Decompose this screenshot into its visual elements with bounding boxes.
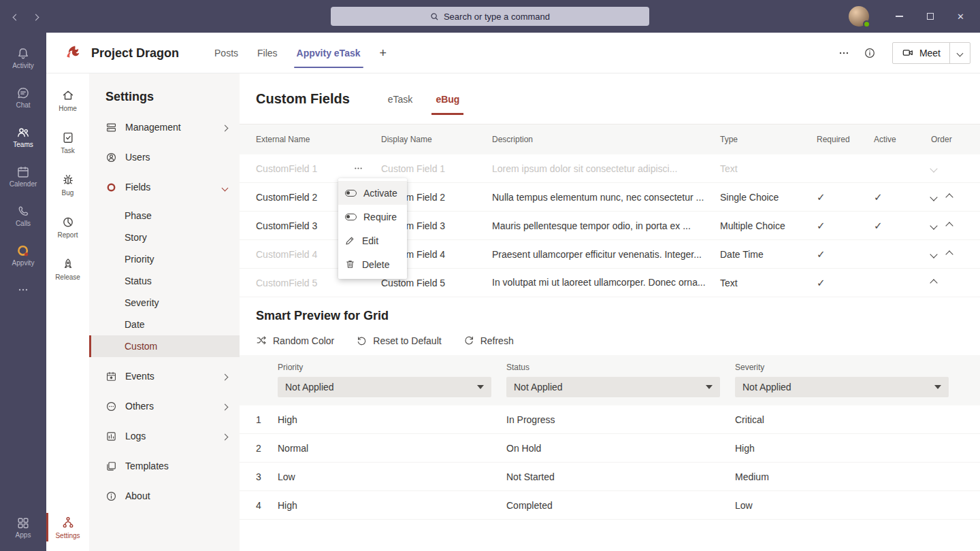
rail-label: Apps (16, 532, 31, 539)
tab-etask[interactable]: eTask (388, 94, 413, 105)
settings-subitem-phase[interactable]: Phase (89, 205, 240, 227)
action-label: Random Color (273, 335, 334, 346)
status-value: Completed (506, 500, 735, 511)
chevron-right-icon (223, 401, 227, 412)
menu-item-require[interactable]: Require (338, 205, 407, 229)
more-options-button[interactable] (838, 47, 850, 59)
random-color-button[interactable]: Random Color (256, 335, 334, 346)
calendar-icon (16, 165, 30, 179)
settings-item-label: About (125, 490, 150, 501)
settings-subitem-label: Status (125, 276, 152, 286)
check-icon: ✓ (874, 191, 883, 203)
phone-icon (16, 205, 30, 218)
trash-icon (345, 259, 355, 269)
app-rail-item-home[interactable]: Home (46, 79, 89, 121)
forward-button[interactable] (33, 11, 38, 22)
tab-posts[interactable]: Posts (205, 33, 248, 73)
settings-subitem-priority[interactable]: Priority (89, 248, 240, 270)
cell-type: Date Time (720, 249, 817, 260)
users-icon (105, 152, 117, 163)
info-button[interactable] (864, 47, 876, 59)
menu-item-delete[interactable]: Delete (338, 252, 407, 276)
chevron-down-icon (477, 385, 484, 389)
rail-label: Calls (16, 220, 31, 227)
rail-item-calendar[interactable]: Calender (0, 156, 46, 196)
cell-description: Lorem ipsum dolor sit consectetur adipis… (492, 163, 720, 174)
app-rail-label: Task (61, 147, 75, 154)
move-down-button[interactable] (930, 222, 937, 229)
row-number: 4 (256, 500, 278, 511)
menu-item-activate[interactable]: Activate (338, 181, 407, 205)
rail-item-activity[interactable]: Activity (0, 38, 46, 78)
tab-appvity-etask[interactable]: Appvity eTask (287, 33, 370, 73)
meet-button[interactable]: Meet (893, 43, 949, 63)
app-rail-item-release[interactable]: Release (46, 248, 89, 290)
settings-subitem-story[interactable]: Story (89, 227, 240, 248)
status-filter-dropdown[interactable]: Not Applied (506, 377, 720, 397)
cell-order (931, 166, 964, 171)
settings-subitem-severity[interactable]: Severity (89, 292, 240, 314)
settings-item-others[interactable]: Others (89, 394, 240, 418)
command-search-box[interactable]: Search or type a command (331, 7, 649, 26)
move-up-button[interactable] (945, 250, 953, 258)
tab-files[interactable]: Files (248, 33, 287, 73)
reset-to-default-button[interactable]: Reset to Default (356, 335, 441, 346)
maximize-button[interactable] (915, 0, 945, 33)
settings-subitem-status[interactable]: Status (89, 270, 240, 292)
chevron-down-icon (706, 385, 713, 389)
tab-ebug[interactable]: eBug (436, 94, 459, 105)
settings-subitem-label: Priority (125, 254, 154, 265)
add-tab-button[interactable]: + (370, 33, 397, 73)
settings-item-fields[interactable]: Fields (89, 175, 240, 199)
rail-item-chat[interactable]: Chat (0, 78, 46, 117)
close-button[interactable]: ✕ (945, 0, 976, 33)
more-dots-icon (353, 163, 363, 173)
entity-tabs: eTask eBug (388, 94, 460, 105)
app-rail-item-settings[interactable]: Settings (46, 506, 89, 548)
move-down-button[interactable] (930, 250, 937, 258)
smart-preview-toolbar: Random Color Reset to Default Refresh (256, 335, 964, 346)
rail-item-more[interactable] (0, 275, 46, 305)
toggle-icon (345, 190, 357, 197)
priority-value: High (278, 500, 506, 511)
task-icon (61, 131, 75, 144)
settings-item-logs[interactable]: Logs (89, 424, 240, 448)
settings-item-label: Fields (125, 182, 150, 193)
avatar[interactable] (849, 6, 869, 27)
menu-item-edit[interactable]: Edit (338, 229, 407, 252)
rail-item-teams[interactable]: Teams (0, 117, 46, 156)
priority-filter-dropdown[interactable]: Not Applied (278, 377, 491, 397)
rail-item-apps[interactable]: Apps (0, 507, 46, 547)
move-up-button[interactable] (945, 193, 953, 201)
severity-filter-dropdown[interactable]: Not Applied (735, 377, 949, 397)
severity-value: Critical (735, 414, 964, 425)
settings-subitem-custom[interactable]: Custom (89, 335, 240, 357)
rail-label: Chat (16, 102, 30, 109)
cell-external-name: CustomField 1 (256, 163, 381, 174)
rail-spacer (0, 305, 46, 507)
settings-subitem-date[interactable]: Date (89, 314, 240, 335)
rail-item-calls[interactable]: Calls (0, 196, 46, 235)
settings-item-templates[interactable]: Templates (89, 454, 240, 478)
minimize-button[interactable] (884, 0, 915, 33)
rail-item-appvity[interactable]: Appvity (0, 235, 46, 275)
meet-dropdown-button[interactable] (949, 43, 970, 63)
back-button[interactable] (14, 11, 18, 22)
app-rail-item-bug[interactable]: Bug (46, 163, 89, 205)
meet-split-button: Meet (892, 42, 970, 64)
settings-title: Settings (89, 86, 240, 115)
settings-item-management[interactable]: Management (89, 115, 240, 139)
move-down-button[interactable] (930, 165, 937, 172)
check-icon: ✓ (874, 220, 883, 231)
app-rail-item-report[interactable]: Report (46, 205, 89, 248)
refresh-button[interactable]: Refresh (463, 335, 514, 346)
settings-item-users[interactable]: Users (89, 145, 240, 169)
chevron-right-icon (223, 371, 227, 382)
row-actions-button[interactable] (353, 163, 363, 173)
move-up-button[interactable] (930, 279, 937, 286)
move-down-button[interactable] (930, 193, 937, 201)
move-up-button[interactable] (945, 222, 953, 229)
settings-item-events[interactable]: Events (89, 364, 240, 388)
settings-item-about[interactable]: About (89, 484, 240, 508)
app-rail-item-task[interactable]: Task (46, 121, 89, 163)
